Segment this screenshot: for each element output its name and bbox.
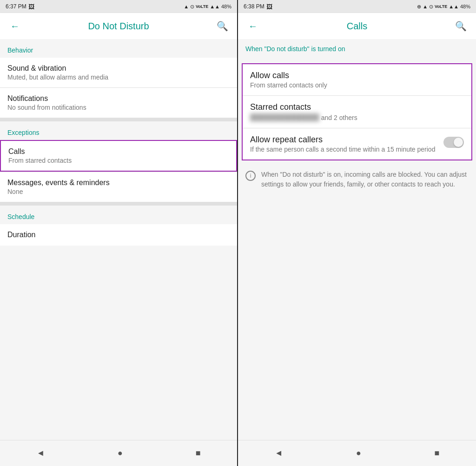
right-phone-panel: 6:38 PM 🖼 ⊕ ▲ ⊙ VoLTE ▲▲ 48% ← Calls 🔍 W…	[238, 0, 476, 466]
left-status-left: 6:37 PM 🖼	[6, 3, 34, 10]
duration-title: Duration	[7, 231, 230, 239]
right-status-bar: 6:38 PM 🖼 ⊕ ▲ ⊙ VoLTE ▲▲ 48%	[238, 0, 476, 13]
dnd-section-title: When "Do not disturb" is turned on	[245, 45, 469, 54]
sound-vibration-item[interactable]: Sound & vibration Muted, but allow alarm…	[0, 58, 237, 87]
right-search-button[interactable]: 🔍	[454, 19, 469, 33]
sound-vibration-sub: Muted, but allow alarms and media	[7, 73, 230, 81]
right-back-button[interactable]: ←	[245, 19, 260, 33]
messages-title: Messages, events & reminders	[7, 179, 230, 187]
right-dnd-icon: ⊕	[417, 4, 421, 10]
left-nav-bar: ◄ ● ■	[0, 440, 237, 466]
left-search-button[interactable]: 🔍	[215, 19, 230, 33]
exceptions-section-header: Exceptions	[0, 121, 237, 140]
left-nav-recent[interactable]: ■	[196, 448, 201, 458]
dnd-section: When "Do not disturb" is turned on	[238, 39, 476, 61]
right-highlight-box: Allow calls From starred contacts only S…	[242, 63, 472, 160]
allow-repeat-title: Allow repeat callers	[250, 135, 438, 145]
sound-vibration-title: Sound & vibration	[7, 64, 230, 73]
calls-title: Calls	[8, 147, 229, 156]
right-signal-icon: ▲▲	[449, 4, 459, 9]
left-scroll-content: Behavior Sound & vibration Muted, but al…	[0, 39, 237, 440]
allow-repeat-toggle[interactable]	[443, 137, 464, 148]
right-nav-recent[interactable]: ■	[434, 448, 439, 458]
calls-item[interactable]: Calls From starred contacts	[1, 141, 236, 171]
info-icon: i	[245, 171, 256, 181]
left-signal-icon: ▲▲	[210, 4, 220, 9]
schedule-section-header: Schedule	[0, 206, 237, 224]
starred-contacts-title: Starred contacts	[250, 102, 464, 112]
messages-item[interactable]: Messages, events & reminders None	[0, 172, 237, 202]
left-battery: 48%	[221, 4, 231, 9]
allow-calls-item[interactable]: Allow calls From starred contacts only	[243, 64, 471, 95]
messages-sub: None	[7, 188, 230, 195]
left-status-bar: 6:37 PM 🖼 ▲ ⊙ VoLTE ▲▲ 48%	[0, 0, 237, 13]
right-volte-icon: VoLTE	[435, 4, 447, 9]
starred-contacts-item[interactable]: Starred contacts ███████████████ and 2 o…	[243, 96, 471, 128]
duration-item[interactable]: Duration	[0, 224, 237, 246]
right-page-title: Calls	[347, 21, 367, 32]
info-note: i When "Do not disturb" is on, incoming …	[238, 164, 476, 195]
right-battery: 48%	[460, 4, 470, 9]
left-back-button[interactable]: ←	[7, 19, 22, 33]
allow-repeat-text: Allow repeat callers If the same person …	[250, 135, 438, 153]
left-camera-icon: 🖼	[28, 3, 34, 10]
allow-repeat-callers-item[interactable]: Allow repeat callers If the same person …	[243, 128, 471, 160]
left-nav-home[interactable]: ●	[118, 448, 123, 458]
right-cast-icon: ⊙	[429, 4, 433, 10]
notifications-item[interactable]: Notifications No sound from notification…	[0, 88, 237, 118]
allow-repeat-sub: If the same person calls a second time w…	[250, 146, 438, 153]
calls-highlight-box: Calls From starred contacts	[0, 140, 237, 172]
left-wifi-icon: ▲	[184, 4, 189, 9]
thick-divider-2	[0, 202, 237, 206]
right-nav-bar: ◄ ● ■	[238, 440, 476, 466]
right-scroll-content: When "Do not disturb" is turned on Allow…	[238, 39, 476, 440]
info-note-text: When "Do not disturb" is on, incoming ca…	[261, 170, 469, 189]
left-top-bar: ← Do Not Disturb 🔍	[0, 13, 237, 39]
left-time: 6:37 PM	[6, 3, 26, 10]
right-nav-home[interactable]: ●	[356, 448, 361, 458]
right-status-right: ⊕ ▲ ⊙ VoLTE ▲▲ 48%	[417, 4, 470, 10]
left-nav-back[interactable]: ◄	[36, 448, 45, 458]
right-status-left: 6:38 PM 🖼	[244, 3, 272, 10]
notifications-sub: No sound from notifications	[7, 104, 230, 111]
left-volte-icon: VoLTE	[196, 4, 208, 9]
right-time: 6:38 PM	[244, 3, 264, 10]
right-nav-back[interactable]: ◄	[275, 448, 283, 458]
notifications-title: Notifications	[7, 94, 230, 103]
allow-calls-title: Allow calls	[250, 71, 464, 80]
right-wifi-icon: ▲	[423, 4, 428, 9]
starred-contacts-blurred: ███████████████	[250, 113, 319, 121]
right-top-bar: ← Calls 🔍	[238, 13, 476, 39]
behavior-section-header: Behavior	[0, 39, 237, 58]
left-status-right: ▲ ⊙ VoLTE ▲▲ 48%	[184, 4, 231, 10]
left-page-title: Do Not Disturb	[88, 21, 149, 32]
calls-sub: From starred contacts	[8, 157, 229, 164]
thick-divider-1	[0, 118, 237, 121]
starred-contacts-extra: and 2 others	[321, 114, 357, 121]
left-phone-panel: 6:37 PM 🖼 ▲ ⊙ VoLTE ▲▲ 48% ← Do Not Dist…	[0, 0, 238, 466]
left-cast-icon: ⊙	[190, 4, 194, 10]
right-camera-icon: 🖼	[266, 3, 272, 10]
allow-calls-sub: From starred contacts only	[250, 81, 464, 89]
